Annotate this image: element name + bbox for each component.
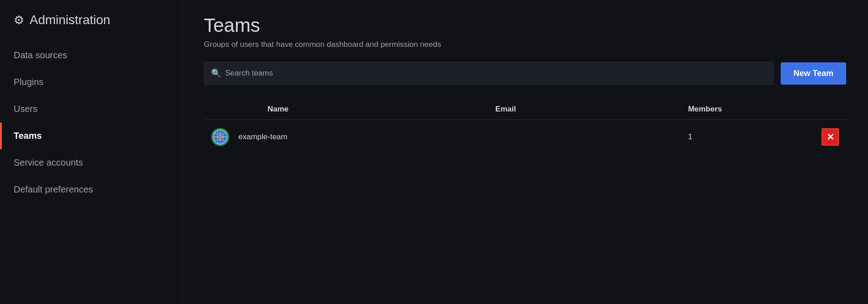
page-title: Teams <box>204 15 846 36</box>
col-email-header: Email <box>488 99 681 120</box>
team-members-cell: 1 <box>681 120 809 155</box>
search-input[interactable] <box>204 62 773 85</box>
team-email-cell <box>488 120 681 155</box>
search-wrapper: 🔍 <box>204 62 773 85</box>
col-name-header: Name <box>231 99 488 120</box>
sidebar-item-teams[interactable]: Teams <box>0 122 182 149</box>
search-row: 🔍 New Team <box>204 62 846 85</box>
table-header-row: Name Email Members <box>204 99 846 120</box>
sidebar-title: Administration <box>30 13 110 27</box>
sidebar-item-data-sources[interactable]: Data sources <box>0 42 182 69</box>
main-content: Teams Groups of users that have common d… <box>182 0 868 304</box>
sidebar-item-label: Teams <box>14 131 42 141</box>
gear-icon: ⚙ <box>14 13 24 27</box>
sidebar-item-label: Default preferences <box>14 184 93 194</box>
teams-table: Name Email Members <box>204 99 846 155</box>
team-avatar-cell <box>204 120 231 155</box>
delete-team-button[interactable]: ✕ <box>822 128 839 146</box>
sidebar-header: ⚙ Administration <box>0 0 182 42</box>
sidebar-item-users[interactable]: Users <box>0 96 182 122</box>
table-row: example-team 1 ✕ <box>204 120 846 155</box>
sidebar-item-label: Plugins <box>14 77 44 87</box>
new-team-button[interactable]: New Team <box>781 62 846 85</box>
col-avatar-header <box>204 99 231 120</box>
team-delete-cell: ✕ <box>809 120 846 155</box>
sidebar-item-default-preferences[interactable]: Default preferences <box>0 176 182 203</box>
sidebar-item-service-accounts[interactable]: Service accounts <box>0 149 182 176</box>
sidebar-item-label: Service accounts <box>14 157 83 167</box>
sidebar-item-plugins[interactable]: Plugins <box>0 69 182 96</box>
table-body: example-team 1 ✕ <box>204 120 846 155</box>
sidebar-nav: Data sources Plugins Users Teams Service… <box>0 42 182 203</box>
col-members-header: Members <box>681 99 809 120</box>
team-avatar <box>211 128 229 146</box>
sidebar-item-label: Users <box>14 104 37 114</box>
team-name-cell: example-team <box>231 120 488 155</box>
page-subtitle: Groups of users that have common dashboa… <box>204 40 846 49</box>
sidebar-item-label: Data sources <box>14 50 67 60</box>
table-header: Name Email Members <box>204 99 846 120</box>
col-actions-header <box>809 99 846 120</box>
sidebar: ⚙ Administration Data sources Plugins Us… <box>0 0 182 304</box>
